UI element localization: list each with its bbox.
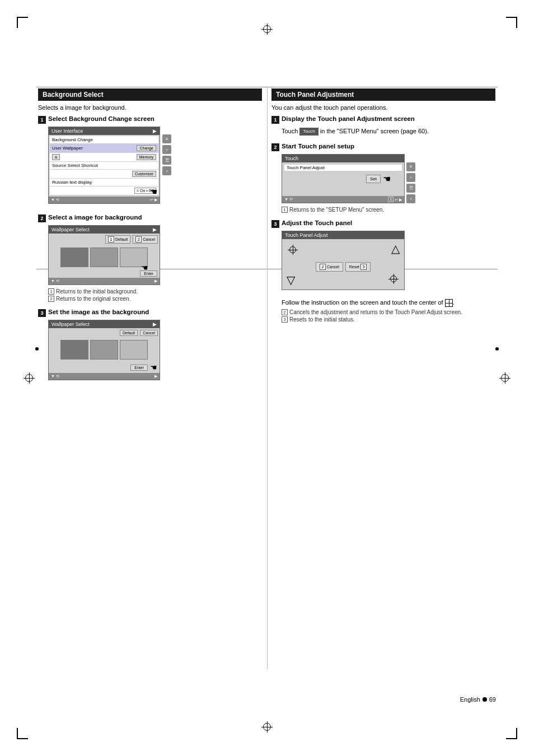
left-section-description: Selects a image for background. [38, 104, 262, 111]
screen-icon-1d: ♪ [162, 166, 171, 175]
wallpaper-bar-right-2: ▶ [154, 374, 157, 379]
left-step-2: 2 Select a image for background Wallpape… [38, 214, 262, 302]
wallpaper-arrow-1: ▶ [153, 227, 157, 232]
crosshair-top [261, 24, 273, 35]
screen-titlebar-1: User Interface ▶ [49, 127, 160, 135]
touch-row-label: Touch Panel Adjust [284, 165, 402, 171]
wallpaper-bottom-bar-1: ▼ ⟲ ▶ [49, 278, 160, 284]
wallpaper-title-2: Wallpaper Select [51, 321, 90, 327]
corner-mark-tr [506, 17, 517, 28]
left-column: Background Select Selects a image for ba… [38, 88, 262, 390]
page-language: English [460, 696, 480, 703]
note-badge-1: 1 [48, 288, 54, 295]
right-step-1-title: 1 Display the Touch panel Adjustment scr… [271, 115, 495, 124]
wallpaper-bar-left-2: ▼ ⟲ [51, 374, 59, 379]
cancel-button-2[interactable]: Cancel [140, 330, 158, 336]
note-text-1: Returns to the initial background. [56, 288, 138, 295]
corner-mark-br [506, 728, 517, 739]
crosshair-inline-icon [445, 299, 453, 307]
screen-icons-1: ≡ ○ ☰ ♪ [162, 134, 171, 175]
touch-panel-screen: Touch Touch Panel Adjust Set ☚ ≡ ○ [282, 154, 405, 203]
ui-row-user-wallpaper: User Wallpaper Change [50, 144, 158, 152]
touch-adjust-screen: Touch Panel Adjust △ [282, 231, 405, 290]
default-button-1[interactable]: 1 Default [105, 235, 130, 244]
cancel-button-adjust[interactable]: 2 Cancel [316, 262, 343, 272]
wallpaper-thumb-5 [90, 340, 118, 360]
corner-mark-tl [17, 17, 28, 28]
right-step-1: 1 Display the Touch panel Adjustment scr… [271, 115, 495, 136]
adjust-body: △ 2 Cancel Reset 3 ▽ [282, 239, 404, 290]
note-badge-2: 2 [48, 296, 54, 302]
right-step-1-number: 1 [271, 116, 279, 124]
note-item-2: 2 Returns to the original screen. [48, 296, 262, 302]
right-step-2-label: Start Touch panel setup [282, 143, 354, 150]
enter-button-2[interactable]: Enter [130, 365, 148, 371]
left-step-1-content: User Interface ▶ Background Change User … [48, 127, 262, 207]
wallpaper-arrow-2: ▶ [153, 321, 157, 327]
wallpaper-select-screen-2: Wallpaper Select ▶ Default Cancel [48, 320, 160, 380]
touch-bar-right: 1 ↩ ▶ [388, 197, 402, 202]
right-section-description: You can adjust the touch panel operation… [271, 104, 495, 111]
reset-button-adjust[interactable]: Reset 3 [345, 262, 371, 272]
ui-row-toggle: = On ▪ Off [50, 186, 158, 195]
customize-button[interactable]: Customize [132, 171, 156, 177]
right-step-3-title: 3 Adjust the Touch panel [271, 220, 495, 228]
memory-button[interactable]: Memory [137, 154, 156, 160]
screen-icon-1a: ≡ [162, 134, 171, 143]
left-step-3-content: Wallpaper Select ▶ Default Cancel [48, 320, 262, 384]
left-step-2-content: Wallpaper Select ▶ 1 Default 2 Cancel [48, 225, 262, 302]
set-hand-wrap: Set ☚ [366, 174, 391, 184]
right-step-1-content: Touch Touch in the "SETUP Menu" screen (… [282, 127, 495, 136]
right-step-2-title: 2 Start Touch panel setup [271, 143, 495, 151]
page-bullet [483, 697, 487, 702]
change-button[interactable]: Change [137, 145, 156, 151]
screen-icon-1b: ○ [162, 145, 171, 154]
note-item-1: 1 Returns to the initial background. [48, 288, 262, 295]
screen-icon-2a: ≡ [406, 162, 415, 171]
note-text-2: Returns to the original screen. [56, 296, 130, 302]
right-note-text-3-3: Resets to the initial status. [289, 316, 355, 323]
left-step-2-label: Select a image for background [48, 214, 142, 221]
ui-row-source: Source Select Shortcut [50, 162, 158, 169]
ui-row-customize: Customize [50, 170, 158, 178]
wallpaper-title-1: Wallpaper Select [51, 227, 90, 232]
left-step-3: 3 Set the image as the background Wallpa… [38, 309, 262, 384]
left-step-2-number: 2 [38, 214, 46, 222]
adjust-screen-wrapper: Touch Panel Adjust △ [282, 231, 405, 293]
a-button[interactable]: a [52, 154, 60, 160]
right-section-title: Touch Panel Adjustment [271, 88, 495, 101]
right-note-3-3: 3 Resets to the initial status. [282, 316, 495, 323]
wallpaper-top-buttons-2: Default Cancel [49, 328, 160, 338]
wallpaper-thumb-6 [120, 340, 148, 360]
wallpaper-grid-2 [49, 338, 160, 362]
touch-bar-left: ▼ ⟲ [284, 197, 293, 202]
screen-title-1: User Interface [51, 128, 83, 134]
wallpaper-bottom-bar-2: ▼ ⟲ ▶ [49, 373, 160, 380]
cancel-button-1[interactable]: 2 Cancel [133, 235, 158, 244]
touch-titlebar: Touch [282, 155, 404, 162]
left-step-3-label: Set the image as the background [48, 309, 149, 315]
page-num: 69 [489, 696, 496, 703]
right-step-3-label: Adjust the Touch panel [282, 220, 352, 226]
ui-row-memory: a Memory [50, 153, 158, 161]
user-wallpaper-label: User Wallpaper [52, 146, 83, 151]
left-step-1-number: 1 [38, 116, 46, 124]
col-divider [267, 87, 268, 669]
right-step-2-content: Touch Touch Panel Adjust Set ☚ ≡ ○ [282, 154, 495, 213]
corner-mark-bl [17, 728, 28, 739]
left-step-1-label: Select Background Change screen [48, 115, 154, 122]
right-step-2-notes: 1 Returns to the "SETUP Menu" screen. [282, 207, 495, 213]
reset-num-badge: 3 [360, 264, 367, 270]
wallpaper-screen-wrapper-2: Wallpaper Select ▶ Default Cancel [48, 320, 160, 384]
cancel-reset-row: 2 Cancel Reset 3 [285, 262, 401, 272]
wallpaper-thumb-4 [60, 340, 88, 360]
default-button-2[interactable]: Default [120, 330, 138, 336]
screen-icon-2d: ♪ [406, 194, 415, 203]
right-note-text-1: Returns to the "SETUP Menu" screen. [289, 207, 384, 213]
left-step-1-title: 1 Select Background Change screen [38, 115, 262, 124]
set-button[interactable]: Set [366, 175, 381, 183]
adjust-title: Touch Panel Adjust [285, 232, 328, 238]
screen-icons-2: ≡ ○ ☰ ♪ [406, 162, 415, 203]
left-step-3-title: 3 Set the image as the background [38, 309, 262, 317]
ui-row-russian: Russian text display [50, 179, 158, 186]
